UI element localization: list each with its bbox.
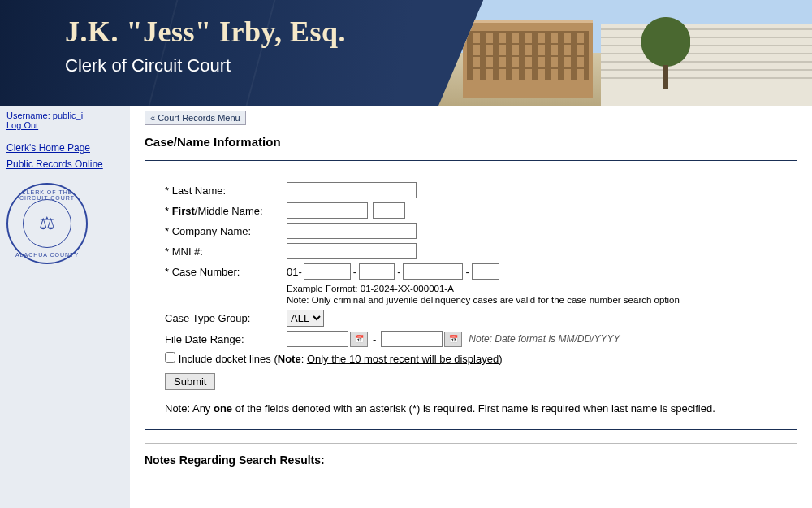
date-from-input[interactable] — [287, 331, 348, 347]
last-name-input[interactable] — [287, 182, 417, 198]
case-type-group-select[interactable]: ALL — [287, 310, 324, 327]
case-type-group-label: Case Type Group: — [165, 312, 287, 324]
middle-name-input[interactable] — [373, 202, 405, 219]
sidebar: Username: public_i Log Out Clerk's Home … — [0, 106, 130, 508]
include-docket-label[interactable]: Include docket lines (Note: Only the 10 … — [179, 353, 503, 365]
date-to-input[interactable] — [381, 331, 443, 347]
calendar-from-icon[interactable]: 📅 — [350, 332, 368, 347]
results-notes-heading: Notes Regarding Search Results: — [145, 454, 797, 467]
company-name-input[interactable] — [287, 223, 417, 239]
home-page-link[interactable]: Clerk's Home Page — [6, 140, 90, 156]
last-name-label: Last Name: — [165, 185, 287, 197]
calendar-to-icon[interactable]: 📅 — [444, 332, 462, 347]
company-label: Company Name: — [165, 225, 287, 237]
search-form: Last Name: * First/Middle Name: Company … — [145, 160, 797, 430]
case-number-note: Note: Only criminal and juvenile delinqu… — [287, 295, 780, 305]
submit-button[interactable]: Submit — [165, 373, 215, 390]
case-number-prefix: 01- — [287, 266, 302, 278]
case-number-type-input[interactable] — [359, 263, 395, 280]
site-header: J.K. "Jess" Irby, Esq. Clerk of Circuit … — [0, 0, 812, 106]
first-name-input[interactable] — [287, 202, 368, 219]
logout-link[interactable]: Log Out — [6, 120, 38, 130]
mni-input[interactable] — [287, 243, 417, 259]
case-format-example: Example Format: 01-2024-XX-000001-A — [287, 284, 780, 293]
case-number-label: Case Number: — [165, 266, 287, 278]
divider — [145, 443, 797, 444]
public-records-link[interactable]: Public Records Online — [6, 156, 103, 172]
required-fields-note: Note: Any one of the fields denoted with… — [165, 402, 780, 416]
username-value: public_i — [53, 111, 83, 120]
mni-label: MNI #: — [165, 245, 287, 258]
main-content: « Court Records Menu Case/Name Informati… — [130, 106, 812, 508]
file-date-range-label: File Date Range: — [165, 333, 287, 345]
include-docket-checkbox[interactable] — [165, 352, 175, 363]
scales-icon: ⚖ — [23, 199, 71, 248]
date-format-hint: Note: Date format is MM/DD/YYYY — [469, 333, 620, 345]
username-label: Username: — [6, 111, 50, 120]
case-number-year-input[interactable] — [304, 263, 351, 280]
case-number-suffix-input[interactable] — [472, 263, 499, 280]
court-records-menu-button[interactable]: « Court Records Menu — [145, 111, 246, 125]
county-seal: CLERK OF THE CIRCUIT COURT ⚖ ALACHUA COU… — [6, 183, 88, 264]
page-title: Case/Name Information — [145, 135, 797, 149]
first-middle-label: * First/Middle Name: — [165, 205, 287, 217]
header-photo — [438, 0, 812, 106]
case-number-seq-input[interactable] — [403, 263, 463, 280]
